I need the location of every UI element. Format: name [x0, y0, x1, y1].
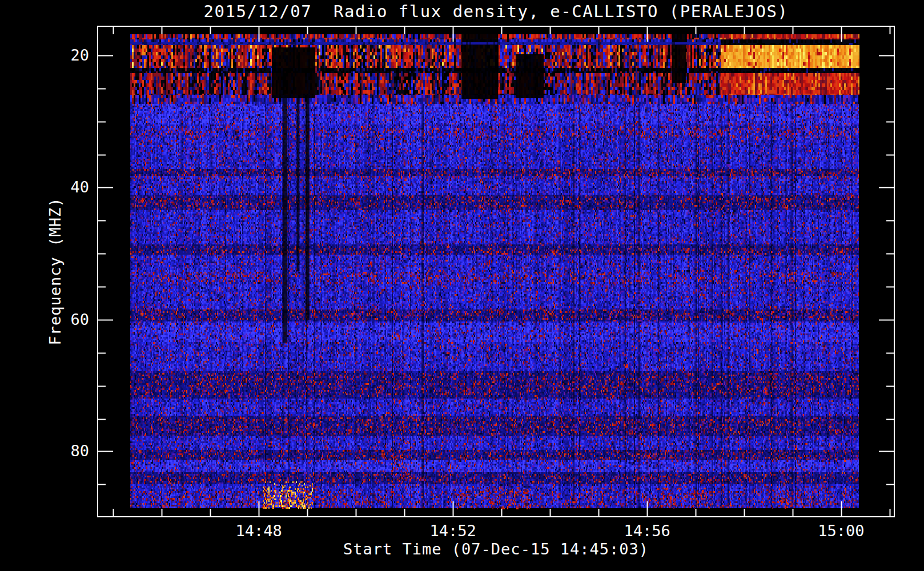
spectrogram-figure: 2015/12/07 Radio flux density, e-CALLIST…	[0, 0, 924, 571]
y-tick-label: 80	[0, 442, 89, 460]
x-tick-label: 14:48	[235, 522, 282, 540]
x-tick-label: 15:00	[818, 522, 864, 540]
y-tick-label: 20	[0, 46, 89, 64]
x-tick-label: 14:52	[429, 522, 476, 540]
y-tick-label: 60	[0, 311, 89, 328]
x-tick-label: 14:56	[624, 522, 670, 540]
y-tick-label: 40	[0, 178, 89, 196]
chart-title: 2015/12/07 Radio flux density, e-CALLIST…	[97, 2, 895, 21]
x-axis-label: Start Time (07-Dec-15 14:45:03)	[97, 540, 895, 558]
spectrogram-canvas	[97, 26, 895, 517]
